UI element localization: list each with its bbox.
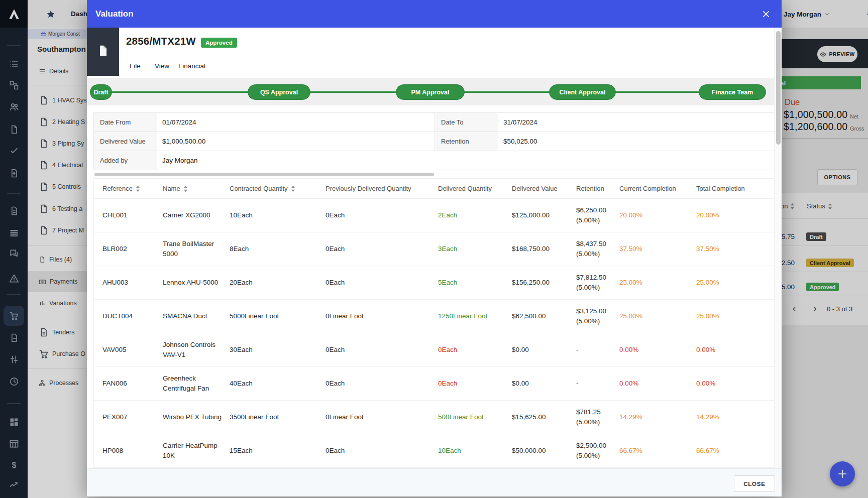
column-header-delivered-value: Delivered Value: [512, 185, 576, 192]
cell-total-completion: 0.00%: [696, 379, 775, 389]
cell-previously-delivered-quantity: 0Each: [325, 210, 438, 220]
cell-current-completion: 66.67%: [619, 446, 696, 456]
table-row-chl001[interactable]: CHL001 Carrier XG2000 10Each 0Each 2Each…: [94, 199, 775, 232]
table-header-row: Reference Name Contracted Quantity Previ…: [94, 179, 775, 199]
cell-name: Greenheck Centrifugal Fan: [163, 374, 230, 393]
cell-delivered-quantity: 2Each: [438, 210, 512, 220]
modal-footer: CLOSE: [87, 468, 782, 496]
table-row-fan006[interactable]: FAN006 Greenheck Centrifugal Fan 40Each …: [94, 367, 775, 401]
cell-total-completion: 0.00%: [696, 345, 775, 355]
column-header-total-completion: Total Completion: [696, 185, 775, 192]
cell-retention: $2,500.00(5.00%): [576, 441, 619, 460]
cell-name: Carrier XG2000: [163, 210, 230, 220]
cell-delivered-value: $50,000.00: [512, 446, 576, 456]
cell-reference: DUCT004: [102, 311, 163, 321]
table-row-hp008[interactable]: HP008 Carrier HeatPump-10K 15Each 0Each …: [94, 434, 775, 468]
sort-icon[interactable]: [291, 185, 295, 192]
application-root: Dash Jay Morgan $ Morgan Const Southampt…: [0, 0, 868, 498]
field-value[interactable]: 31/07/2024: [498, 113, 775, 132]
step-qs-approval[interactable]: QS Approval: [248, 84, 310, 100]
field-value[interactable]: $50,025.00: [498, 132, 775, 151]
cell-previously-delivered-quantity: 0Linear Foot: [325, 412, 438, 422]
cell-delivered-value: $156,250.00: [512, 278, 576, 288]
document-icon: [96, 44, 110, 59]
valuation-reference: 2856/MTX21W: [126, 35, 196, 47]
cell-contracted-quantity: 3500Linear Foot: [230, 412, 325, 422]
cell-current-completion: 0.00%: [619, 345, 696, 355]
cell-total-completion: 14.29%: [696, 412, 775, 422]
cell-previously-delivered-quantity: 0Linear Foot: [325, 311, 438, 321]
sort-icon[interactable]: [183, 185, 188, 192]
cell-delivered-quantity: 3Each: [438, 244, 512, 254]
field-value[interactable]: 01/07/2024: [157, 113, 435, 132]
cell-previously-delivered-quantity: 0Each: [325, 278, 438, 288]
cell-delivered-quantity: 0Each: [438, 345, 512, 355]
table-row-vav005[interactable]: VAV005 Johnson Controls VAV-V1 30Each 0E…: [94, 333, 775, 367]
step-draft[interactable]: Draft: [90, 84, 112, 100]
cell-contracted-quantity: 15Each: [230, 446, 325, 456]
vertical-scrollbar[interactable]: [774, 28, 782, 468]
cell-retention: $781.25(5.00%): [576, 407, 619, 427]
status-badge: Approved: [201, 38, 237, 48]
horizontal-scrollbar[interactable]: [93, 173, 775, 176]
field-label: Retention: [435, 132, 498, 151]
cell-retention: $8,437.50(5.00%): [576, 239, 619, 259]
close-button[interactable]: CLOSE: [734, 475, 775, 492]
cell-contracted-quantity: 30Each: [230, 345, 325, 355]
cell-delivered-quantity: 10Each: [438, 446, 512, 456]
cell-contracted-quantity: 20Each: [230, 278, 325, 288]
cell-delivered-value: $0.00: [512, 379, 576, 389]
cell-previously-delivered-quantity: 0Each: [325, 446, 438, 456]
cell-reference: FAN006: [102, 379, 163, 389]
cell-retention: $7,812.50(5.00%): [576, 273, 619, 292]
cell-current-completion: 37.50%: [619, 244, 696, 254]
step-finance-team[interactable]: Finance Team: [699, 84, 766, 100]
column-header-contracted-quantity[interactable]: Contracted Quantity: [230, 185, 325, 192]
field-label: Delivered Value: [94, 132, 157, 151]
valuation-summary-form: Date From 01/07/2024 Date To 31/07/2024 …: [93, 112, 775, 170]
cell-contracted-quantity: 8Each: [230, 244, 325, 254]
document-type-strip: [87, 28, 119, 76]
approval-stepper: DraftQS ApprovalPM ApprovalClient Approv…: [87, 78, 782, 105]
modal-title: Valuation: [95, 9, 134, 19]
cell-delivered-value: $168,750.00: [512, 244, 576, 254]
field-label: Date From: [94, 113, 157, 132]
form-row: Delivered Value $1,000,500.00 Retention …: [94, 132, 775, 151]
valuation-items-table: Reference Name Contracted Quantity Previ…: [93, 178, 775, 468]
cell-delivered-value: $0.00: [512, 345, 576, 355]
cell-total-completion: 20.00%: [696, 210, 775, 220]
field-value[interactable]: Jay Morgan: [157, 151, 775, 170]
modal-menu-view[interactable]: View: [155, 62, 169, 71]
cell-previously-delivered-quantity: 0Each: [325, 244, 438, 254]
modal-menu-file[interactable]: File: [130, 62, 141, 71]
sort-icon[interactable]: [136, 185, 140, 192]
cell-current-completion: 20.00%: [619, 210, 696, 220]
field-label: Added by: [94, 151, 157, 170]
step-client-approval[interactable]: Client Approval: [549, 84, 616, 100]
cell-total-completion: 37.50%: [696, 244, 775, 254]
cell-contracted-quantity: 10Each: [230, 210, 325, 220]
cell-name: Carrier HeatPump-10K: [163, 441, 230, 460]
step-pm-approval[interactable]: PM Approval: [396, 84, 465, 100]
cell-name: Johnson Controls VAV-V1: [163, 340, 230, 359]
modal-menu-financial[interactable]: Financial: [178, 62, 205, 71]
cell-previously-delivered-quantity: 0Each: [325, 345, 438, 355]
column-header-reference[interactable]: Reference: [102, 185, 163, 192]
column-header-delivered-quantity: Delivered Quantity: [438, 185, 512, 192]
table-row-pex007[interactable]: PEX007 Wirsbo PEX Tubing 3500Linear Foot…: [94, 401, 775, 434]
column-header-name[interactable]: Name: [163, 185, 230, 192]
cell-reference: PEX007: [102, 412, 163, 422]
cell-name: Trane BoilMaster 5000: [163, 239, 230, 259]
valuation-modal: Valuation 2856/MTX21W Approved FileViewF…: [87, 0, 782, 496]
cell-delivered-quantity: 5Each: [438, 278, 512, 288]
cell-previously-delivered-quantity: 0Each: [325, 379, 438, 389]
cell-delivered-value: $62,500.00: [512, 311, 576, 321]
table-row-blr002[interactable]: BLR002 Trane BoilMaster 5000 8Each 0Each…: [94, 232, 775, 266]
table-row-duct004[interactable]: DUCT004 SMACNA Duct 5000Linear Foot 0Lin…: [94, 300, 775, 333]
close-icon[interactable]: [761, 9, 771, 19]
field-value[interactable]: $1,000,500.00: [157, 132, 435, 151]
cell-retention: $6,250.00(5.00%): [576, 205, 619, 225]
cell-current-completion: 25.00%: [619, 278, 696, 288]
cell-reference: VAV005: [102, 345, 163, 355]
table-row-ahu003[interactable]: AHU003 Lennox AHU-5000 20Each 0Each 5Eac…: [94, 266, 775, 300]
